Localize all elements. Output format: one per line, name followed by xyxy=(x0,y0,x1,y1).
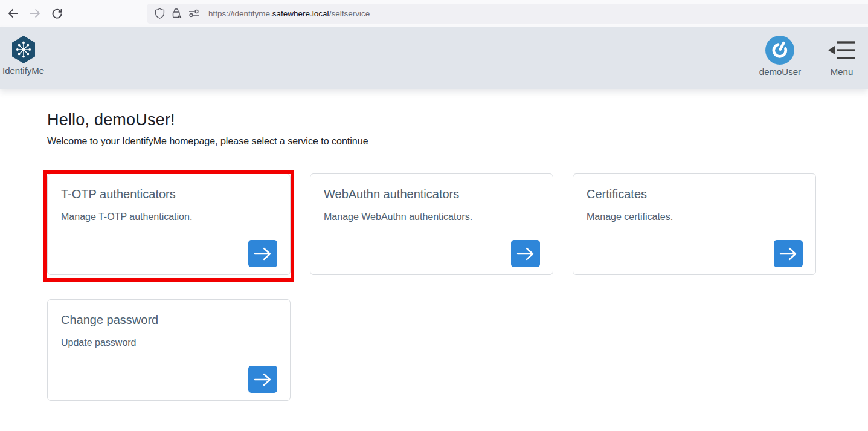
lock-warning-icon[interactable] xyxy=(172,8,182,19)
url-text: https://identifyme.safewhere.local/selfs… xyxy=(208,9,370,18)
url-domain: safewhere.local xyxy=(272,9,329,18)
arrow-right-icon xyxy=(254,247,272,261)
card-totp-authenticators[interactable]: T-OTP authenticators Manage T-OTP authen… xyxy=(47,173,291,275)
refresh-icon xyxy=(51,8,63,19)
card-change-password[interactable]: Change password Update password xyxy=(47,299,291,401)
app-header: IdentifyMe demoUser xyxy=(0,27,868,89)
card-description: Manage WebAuthn authenticators. xyxy=(324,212,539,222)
back-icon xyxy=(7,8,19,19)
card-description: Update password xyxy=(61,337,277,348)
card-title: Change password xyxy=(61,313,277,327)
url-path: /selfservice xyxy=(329,9,370,18)
card-description: Manage certificates. xyxy=(587,212,802,222)
brand[interactable]: IdentifyMe xyxy=(2,35,44,76)
arrow-right-icon xyxy=(779,247,797,261)
page-title: Hello, demoUser! xyxy=(47,111,868,129)
permissions-icon[interactable] xyxy=(188,8,199,18)
address-bar[interactable]: https://identifyme.safewhere.local/selfs… xyxy=(147,4,868,24)
brand-label: IdentifyMe xyxy=(2,65,44,76)
refresh-button[interactable] xyxy=(48,5,65,22)
service-cards-grid: T-OTP authenticators Manage T-OTP authen… xyxy=(47,173,816,401)
user-label: demoUser xyxy=(759,66,801,77)
url-scheme-subdomain: https://identifyme. xyxy=(208,9,272,18)
selfservice-page: Hello, demoUser! Welcome to your Identif… xyxy=(0,89,868,401)
card-title: WebAuthn authenticators xyxy=(324,187,539,201)
card-webauthn-authenticators[interactable]: WebAuthn authenticators Manage WebAuthn … xyxy=(310,173,553,275)
page-subtitle: Welcome to your IdentifyMe homepage, ple… xyxy=(47,136,868,147)
brand-hexagon-logo xyxy=(11,35,36,64)
menu-hamburger-icon xyxy=(828,40,856,60)
power-user-icon xyxy=(765,36,794,65)
menu-label: Menu xyxy=(831,66,854,77)
menu-toggle[interactable]: Menu xyxy=(828,35,856,77)
card-title: T-OTP authenticators xyxy=(61,187,277,201)
card-certificates[interactable]: Certificates Manage certificates. xyxy=(573,173,816,275)
certificates-open-button[interactable] xyxy=(774,240,803,267)
forward-icon xyxy=(29,8,41,19)
change-password-open-button[interactable] xyxy=(248,366,277,393)
webauthn-open-button[interactable] xyxy=(511,240,540,267)
user-menu[interactable]: demoUser xyxy=(759,35,801,77)
card-title: Certificates xyxy=(587,187,802,201)
forward-button[interactable] xyxy=(27,5,43,22)
back-button[interactable] xyxy=(5,5,22,22)
header-right: demoUser Menu xyxy=(759,35,856,77)
card-description: Manage T-OTP authentication. xyxy=(61,212,277,222)
browser-toolbar: https://identifyme.safewhere.local/selfs… xyxy=(0,0,868,27)
shield-icon[interactable] xyxy=(155,8,165,19)
arrow-right-icon xyxy=(254,372,272,387)
arrow-right-icon xyxy=(516,247,535,261)
totp-open-button[interactable] xyxy=(248,240,277,267)
